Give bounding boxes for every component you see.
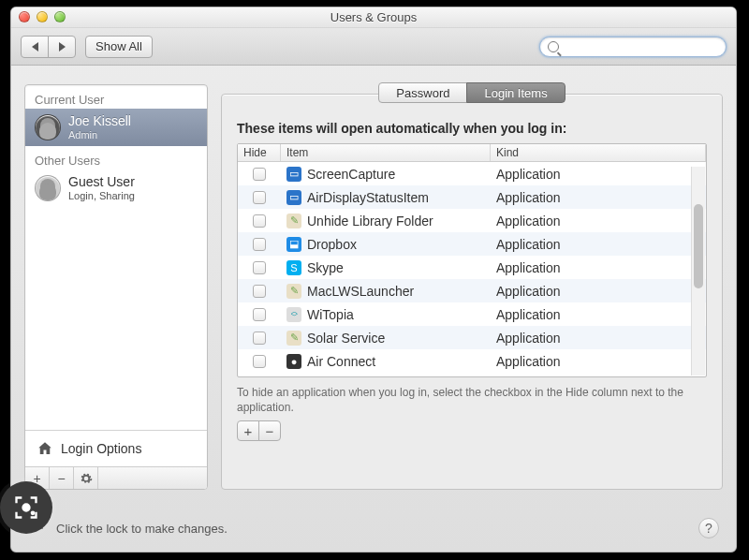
search-field[interactable] [539, 37, 727, 57]
table-row[interactable]: ▭AirDisplayStatusItemApplication [238, 185, 706, 209]
hide-checkbox[interactable] [253, 355, 266, 368]
remove-login-item-button[interactable]: − [258, 420, 281, 441]
forward-button[interactable] [48, 36, 76, 58]
item-name: Air Connect [307, 354, 375, 369]
col-kind[interactable]: Kind [491, 144, 706, 161]
user-name: Guest User [68, 175, 135, 189]
table-row[interactable]: ✎Unhide Library FolderApplication [238, 209, 706, 232]
hint-text: To hide an application when you log in, … [237, 385, 707, 415]
other-users-label: Other Users [25, 146, 207, 169]
table-row[interactable]: ●Air ConnectApplication [238, 349, 706, 373]
app-icon: ▭ [286, 190, 301, 205]
login-items-panel: These items will open automatically when… [221, 94, 723, 490]
login-items-add-remove: + − [237, 420, 707, 441]
add-login-item-button[interactable]: + [237, 420, 259, 441]
item-kind: Application [491, 167, 706, 182]
preferences-window: Users & Groups Show All Current User Joe… [10, 7, 737, 553]
search-input[interactable] [564, 39, 718, 54]
user-name: Joe Kissell [68, 114, 131, 128]
sidebar-action-bar: + − [25, 466, 207, 489]
gear-icon [80, 472, 93, 485]
hide-checkbox[interactable] [253, 308, 266, 321]
item-name: Skype [307, 260, 344, 275]
nav-back-forward [21, 36, 76, 58]
back-button[interactable] [21, 36, 49, 58]
house-icon [37, 440, 53, 457]
avatar [35, 114, 61, 140]
users-sidebar: Current User Joe Kissell Admin Other Use… [24, 84, 208, 490]
remove-user-button[interactable]: − [50, 467, 74, 489]
login-options-row[interactable]: Login Options [25, 430, 207, 466]
scrollbar-thumb[interactable] [694, 204, 703, 288]
user-role: Login, Sharing [68, 190, 135, 201]
item-name: Solar Service [307, 331, 385, 346]
col-item[interactable]: Item [281, 144, 491, 161]
hide-checkbox[interactable] [253, 238, 266, 251]
window-title: Users & Groups [11, 7, 736, 28]
login-items-table: Hide Item Kind ▭ScreenCaptureApplication… [237, 143, 707, 377]
item-kind: Application [491, 260, 706, 275]
hide-checkbox[interactable] [253, 191, 266, 204]
users-list: Current User Joe Kissell Admin Other Use… [24, 84, 208, 490]
table-row[interactable]: ⬓DropboxApplication [238, 232, 706, 256]
chevron-right-icon [59, 42, 66, 52]
hide-checkbox[interactable] [253, 261, 266, 274]
item-name: ScreenCapture [307, 167, 395, 182]
toolbar: Show All [11, 28, 736, 66]
hide-checkbox[interactable] [253, 214, 266, 228]
app-icon: ▭ [286, 167, 301, 182]
item-name: Unhide Library Folder [307, 214, 433, 228]
login-options-label: Login Options [61, 441, 141, 456]
hide-checkbox[interactable] [253, 285, 266, 298]
app-icon: S [286, 260, 301, 275]
body: Current User Joe Kissell Admin Other Use… [11, 66, 736, 490]
avatar [35, 175, 61, 201]
item-name: WiTopia [307, 307, 354, 322]
lock-label: Click the lock to make changes. [56, 522, 228, 536]
titlebar: Users & Groups [11, 7, 736, 28]
item-kind: Application [491, 190, 706, 205]
item-name: MacLWSLauncher [307, 284, 414, 299]
minimize-window-button[interactable] [37, 11, 48, 22]
hide-checkbox[interactable] [253, 168, 266, 181]
zoom-window-button[interactable] [54, 11, 66, 22]
search-icon [548, 41, 559, 52]
app-icon: ✎ [286, 214, 301, 228]
item-kind: Application [491, 331, 706, 346]
panel-heading: These items will open automatically when… [237, 121, 707, 136]
tab-login-items[interactable]: Login Items [466, 82, 565, 103]
item-kind: Application [491, 284, 706, 299]
app-icon: ✎ [286, 284, 301, 299]
app-icon: ⌔ [286, 307, 301, 322]
item-kind: Application [491, 307, 706, 322]
tab-password[interactable]: Password [378, 82, 467, 103]
table-row[interactable]: ⌔WiTopiaApplication [238, 302, 706, 326]
show-all-button[interactable]: Show All [85, 36, 153, 58]
vertical-scrollbar[interactable] [691, 167, 705, 376]
sidebar-user-guest[interactable]: Guest User Login, Sharing [25, 169, 207, 207]
table-header: Hide Item Kind [238, 144, 706, 162]
tab-bar: Password Login Items [221, 82, 723, 103]
current-user-label: Current User [25, 85, 207, 109]
table-row[interactable]: ✎MacLWSLauncherApplication [238, 279, 706, 302]
table-row[interactable]: ▭ScreenCaptureApplication [238, 162, 706, 185]
app-icon: ⬓ [286, 237, 301, 252]
item-kind: Application [491, 354, 706, 369]
col-hide[interactable]: Hide [238, 144, 281, 161]
item-name: AirDisplayStatusItem [307, 190, 429, 205]
close-window-button[interactable] [19, 11, 30, 22]
user-actions-button[interactable] [74, 467, 98, 489]
help-button[interactable]: ? [698, 518, 719, 538]
main-panel: Password Login Items These items will op… [221, 84, 723, 490]
table-body: ▭ScreenCaptureApplication▭AirDisplayStat… [238, 162, 706, 376]
sidebar-user-current[interactable]: Joe Kissell Admin [25, 109, 207, 146]
svg-point-0 [31, 511, 36, 516]
item-kind: Application [491, 237, 706, 252]
hide-checkbox[interactable] [253, 332, 266, 345]
footer: Click the lock to make changes. ? [11, 505, 736, 552]
table-row[interactable]: ✎Solar ServiceApplication [238, 326, 706, 349]
app-icon: ✎ [286, 331, 301, 346]
user-role: Admin [68, 129, 131, 140]
google-lens-overlay-icon [0, 481, 52, 534]
table-row[interactable]: SSkypeApplication [238, 256, 706, 279]
